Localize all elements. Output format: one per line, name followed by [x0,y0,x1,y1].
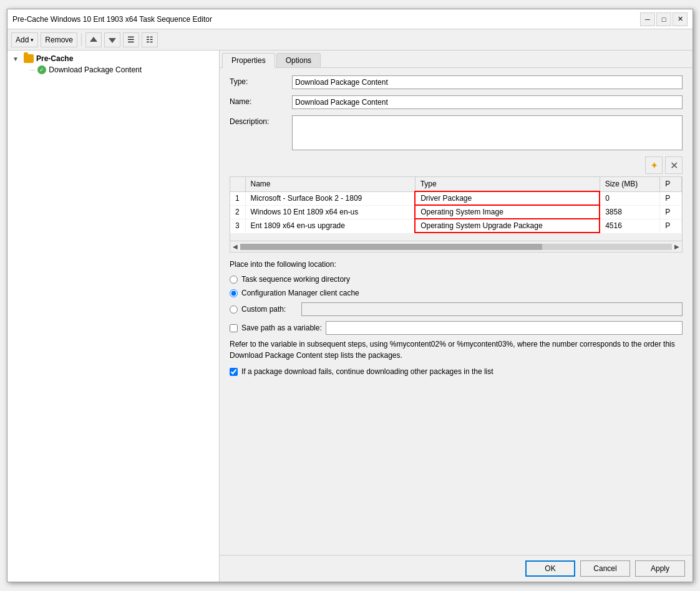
custom-path-input[interactable] [301,302,683,316]
add-button[interactable]: Add ▾ [11,32,38,47]
svg-marker-0 [90,37,97,42]
left-panel: ▼ Pre-Cache ··· ✓ Download Package Conte… [7,50,220,582]
toolbar-separator [81,34,82,46]
row-type: Operating System Upgrade Package [415,219,600,233]
table-row[interactable]: 1 Microsoft - Surface Book 2 - 1809 Driv… [230,191,682,205]
move-down-button[interactable] [104,32,120,47]
restore-button[interactable]: □ [656,12,671,26]
info-text: Refer to the variable in subsequent step… [230,339,683,361]
tree-child-item[interactable]: ··· ✓ Download Package Content [27,64,216,75]
continue-checkbox-row: If a package download fails, continue do… [230,367,683,376]
table-row[interactable]: 3 Ent 1809 x64 en-us upgrade Operating S… [230,219,682,233]
row-type: Driver Package [415,191,600,205]
star-icon: ✦ [650,160,658,171]
col-header-p: P [660,177,682,191]
remove-button[interactable]: Remove [41,32,77,47]
scroll-thumb [240,244,542,250]
name-label: Name: [230,95,292,106]
move-up-icon [89,36,98,44]
name-input[interactable] [292,95,683,109]
x-icon: ✕ [670,160,678,171]
row-p: P [660,191,682,205]
type-input[interactable] [292,75,683,89]
pkg-add-button[interactable]: ✦ [645,156,663,174]
row-p: P [660,219,682,233]
radio-task-sequence-label[interactable]: Task sequence working directory [241,275,350,284]
cancel-button[interactable]: Cancel [580,560,630,577]
toolbar: Add ▾ Remove ☰ ☷ [7,29,693,50]
save-path-label[interactable]: Save path as a variable: [241,324,322,332]
save-path-row: Save path as a variable: [230,321,683,335]
radio-custom-path-label[interactable]: Custom path: [241,305,298,314]
radio-option-2: Configuration Manager client cache [230,289,683,297]
type-label: Type: [230,75,292,86]
properties-content: Type: Name: Description: ✦ [220,68,693,555]
name-row: Name: [230,95,683,109]
pkg-remove-button[interactable]: ✕ [665,156,683,174]
save-path-checkbox[interactable] [230,324,238,332]
radio-cm-cache[interactable] [230,289,238,297]
title-bar: Pre-Cache Windows 10 Ent 1903 x64 Task S… [7,9,693,29]
tab-options[interactable]: Options [276,53,321,67]
main-content: ▼ Pre-Cache ··· ✓ Download Package Conte… [7,50,693,582]
radio-task-sequence[interactable] [230,276,238,284]
continue-label[interactable]: If a package download fails, continue do… [241,367,493,376]
minimize-button[interactable]: ─ [640,12,655,26]
svg-marker-1 [109,38,116,43]
tree-dots: ··· [30,67,35,74]
tab-properties[interactable]: Properties [222,53,275,68]
ok-button[interactable]: OK [525,560,575,577]
right-panel: Properties Options Type: Name: Descripti… [220,50,693,582]
title-bar-controls: ─ □ ✕ [640,12,688,26]
move-down-icon [108,36,117,44]
horizontal-scrollbar: ◀ ▶ [230,241,682,252]
scroll-track[interactable] [240,244,672,250]
radio-cm-cache-label[interactable]: Configuration Manager client cache [241,289,359,297]
scroll-left-button[interactable]: ◀ [230,242,240,252]
tree-expander: ▼ [12,55,21,62]
scroll-right-button[interactable]: ▶ [672,242,682,252]
col-header-type: Type [415,177,600,191]
pkg-table-container: Name Type Size (MB) P 1 Microsoft - Surf… [230,176,683,252]
continue-checkbox[interactable] [230,368,238,376]
radio-option-3: Custom path: [230,302,683,316]
row-num: 1 [230,191,245,205]
row-type: Operating System Image [415,205,600,219]
add-dropdown-arrow: ▾ [31,37,34,43]
row-name: Microsoft - Surface Book 2 - 1809 [245,191,415,205]
col-header-name: Name [245,177,415,191]
icon-btn-1[interactable]: ☰ [123,32,139,47]
tree-child-label: Download Package Content [49,65,142,74]
pkg-table-wrapper: Name Type Size (MB) P 1 Microsoft - Surf… [230,177,682,233]
check-icon: ✓ [37,65,46,74]
description-label: Description: [230,115,292,126]
description-row: Description: [230,115,683,150]
type-row: Type: [230,75,683,89]
description-textarea[interactable] [292,115,683,150]
location-section-label: Place into the following location: [230,260,683,269]
main-window: Pre-Cache Windows 10 Ent 1903 x64 Task S… [7,9,693,582]
row-name: Windows 10 Ent 1809 x64 en-us [245,205,415,219]
row-num: 2 [230,205,245,219]
save-path-input[interactable] [326,321,683,335]
apply-button[interactable]: Apply [635,560,685,577]
table-header-row: Name Type Size (MB) P [230,177,682,191]
row-size: 3858 [600,205,660,219]
close-button[interactable]: ✕ [673,12,688,26]
row-size: 4516 [600,219,660,233]
col-header-num [230,177,245,191]
add-label: Add [16,36,29,44]
tree-root-item[interactable]: ▼ Pre-Cache [10,53,216,64]
table-row[interactable]: 2 Windows 10 Ent 1809 x64 en-us Operatin… [230,205,682,219]
icon-btn-2[interactable]: ☷ [142,32,158,47]
pkg-table: Name Type Size (MB) P 1 Microsoft - Surf… [230,177,682,233]
row-p: P [660,205,682,219]
radio-custom-path[interactable] [230,305,238,314]
row-name: Ent 1809 x64 en-us upgrade [245,219,415,233]
row-num: 3 [230,219,245,233]
tree-root-label: Pre-Cache [36,54,73,63]
tabs-container: Properties Options [220,50,693,68]
radio-option-1: Task sequence working directory [230,275,683,284]
move-up-button[interactable] [85,32,102,47]
window-title: Pre-Cache Windows 10 Ent 1903 x64 Task S… [12,15,212,24]
